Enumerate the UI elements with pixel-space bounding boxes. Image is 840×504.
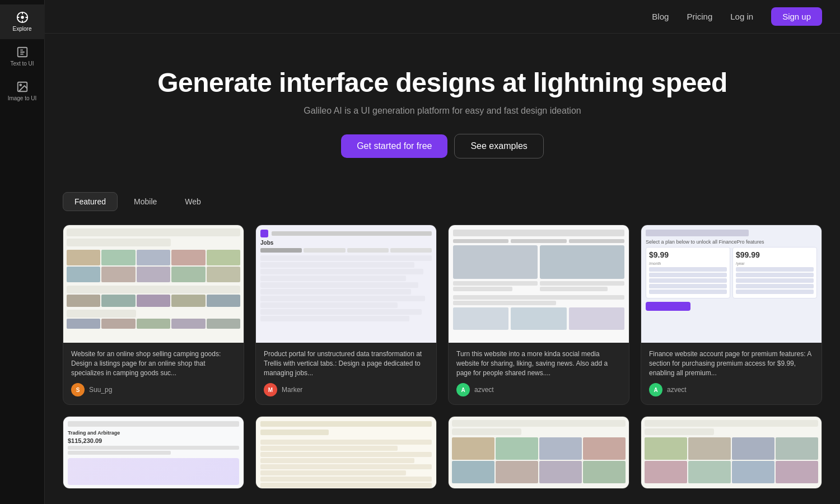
card-4-author-name: azvect [667, 386, 687, 394]
main-content: Generate interface designs at lightning … [45, 34, 840, 502]
filter-tabs: Featured Mobile Web [63, 192, 822, 211]
card-1-avatar: S [71, 383, 85, 396]
card-3-preview [449, 225, 629, 343]
card-3-author-name: azvect [474, 386, 494, 394]
text-to-ui-icon [16, 46, 29, 58]
get-started-button[interactable]: Get started for free [341, 134, 447, 158]
card-4-avatar: A [649, 383, 662, 396]
hero-title: Generate interface designs at lightning … [56, 67, 829, 98]
card-4-author: A azvect [649, 383, 814, 396]
card-2-desc: Product portal for unstructured data tra… [264, 349, 428, 377]
card-1[interactable]: Website for an online shop selling campi… [63, 225, 244, 405]
card-3[interactable]: Turn this website into a more kinda soci… [448, 225, 629, 405]
see-examples-button[interactable]: See examples [454, 134, 543, 158]
sidebar-item-text-to-ui[interactable]: Text to UI [0, 39, 45, 74]
cards-grid-section: Website for an online shop selling campi… [45, 211, 840, 502]
sidebar-item-explore[interactable]: Explore [0, 4, 45, 39]
card-8-preview [641, 417, 822, 489]
card-3-avatar: A [456, 383, 470, 396]
card-2-preview: Jobs [256, 225, 436, 343]
hero-section: Generate interface designs at lightning … [45, 34, 840, 181]
explore-icon [16, 11, 29, 24]
card-2-info: Product portal for unstructured data tra… [256, 343, 436, 404]
top-navigation: Blog Pricing Log in Sign up [45, 0, 840, 34]
tab-mobile[interactable]: Mobile [122, 192, 169, 211]
card-1-preview [63, 225, 244, 343]
card-7[interactable] [448, 416, 629, 489]
signup-button[interactable]: Sign up [771, 7, 822, 26]
sidebar-item-image-to-ui[interactable]: Image to UI [0, 74, 45, 109]
card-3-desc: Turn this website into a more kinda soci… [456, 349, 621, 377]
card-3-info: Turn this website into a more kinda soci… [449, 343, 629, 404]
sidebar-item-explore-label: Explore [13, 26, 32, 32]
tab-featured[interactable]: Featured [63, 192, 118, 211]
tabs-section: Featured Mobile Web [45, 181, 840, 211]
sidebar-item-image-label: Image to UI [8, 95, 37, 102]
svg-point-1 [21, 16, 24, 19]
card-1-author: S Suu_pg [71, 383, 236, 396]
login-link[interactable]: Log in [730, 12, 753, 21]
card-4[interactable]: Select a plan below to unlock all Financ… [641, 225, 822, 405]
card-2[interactable]: Jobs [255, 225, 437, 405]
card-7-preview [449, 417, 629, 489]
image-to-ui-icon [16, 81, 29, 93]
sidebar-item-text-label: Text to UI [10, 60, 34, 67]
hero-buttons: Get started for free See examples [56, 134, 829, 158]
hero-subtitle: Galileo AI is a UI generation platform f… [56, 106, 829, 116]
sidebar: Explore Text to UI Image to UI [0, 0, 45, 504]
card-5-preview: Trading and Arbitrage $115,230.09 [63, 417, 244, 489]
tab-web[interactable]: Web [173, 192, 213, 211]
card-8[interactable] [641, 416, 822, 489]
card-6[interactable] [255, 416, 437, 489]
card-4-desc: Finance website account page for premium… [649, 349, 814, 377]
card-6-preview [256, 417, 436, 489]
card-1-info: Website for an online shop selling campi… [63, 343, 244, 404]
pricing-link[interactable]: Pricing [687, 12, 712, 21]
blog-link[interactable]: Blog [652, 12, 669, 21]
card-4-preview: Select a plan below to unlock all Financ… [641, 225, 822, 343]
card-2-author: M Marker [264, 383, 428, 396]
card-2-avatar: M [264, 383, 277, 396]
card-4-info: Finance website account page for premium… [641, 343, 822, 404]
nav-links: Blog Pricing Log in Sign up [652, 7, 822, 26]
card-5[interactable]: Trading and Arbitrage $115,230.09 [63, 416, 244, 489]
svg-point-4 [20, 84, 21, 86]
card-1-author-name: Suu_pg [89, 386, 112, 394]
card-1-desc: Website for an online shop selling campi… [71, 349, 236, 377]
card-2-author-name: Marker [282, 386, 302, 394]
card-3-author: A azvect [456, 383, 621, 396]
cards-grid: Website for an online shop selling campi… [63, 225, 822, 489]
